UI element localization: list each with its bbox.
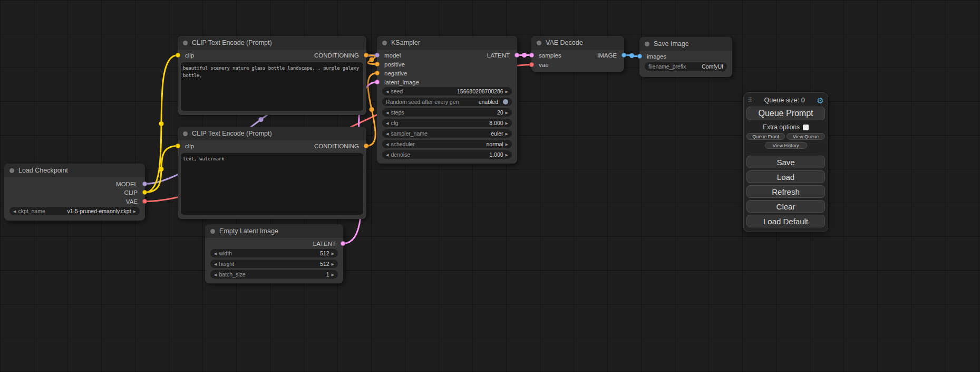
collapse-dot-icon[interactable] [382,41,387,45]
input-slot-vae: vae [531,60,549,69]
node-title-bar[interactable]: Empty Latent Image [205,224,343,238]
steps-widget[interactable]: ◀ steps 20 ▶ [382,108,512,117]
queue-front-button[interactable]: Queue Front [746,133,785,140]
scheduler-widget[interactable]: ◀ scheduler normal ▶ [382,140,512,148]
vae-input-port[interactable] [529,62,534,67]
arrow-left-icon[interactable]: ◀ [386,132,389,136]
conditioning-output-port[interactable] [364,53,368,58]
collapse-dot-icon[interactable] [210,229,215,234]
cfg-widget[interactable]: ◀ cfg 8.000 ▶ [382,119,512,127]
widget-label: width [219,250,232,256]
arrow-right-icon[interactable]: ▶ [506,90,508,93]
clip-input-port[interactable] [176,53,180,58]
samples-input-port[interactable] [529,53,534,58]
node-title-bar[interactable]: Load Checkpoint [4,164,145,177]
arrow-left-icon[interactable]: ◀ [386,142,389,146]
images-input-port[interactable] [637,54,642,59]
drag-handle-icon[interactable]: ⠿ [748,97,752,104]
negative-input-port[interactable] [375,71,380,75]
batch-size-widget[interactable]: ◀ batch_size 1 ▶ [210,270,338,279]
seed-widget[interactable]: ◀ seed 156680208700286 ▶ [382,87,512,96]
prompt-textarea[interactable]: beautiful scenery nature glass bottle la… [181,62,363,111]
input-slot-negative: negative [377,69,407,78]
view-queue-button[interactable]: View Queue [787,133,825,140]
node-graph-canvas[interactable]: Load Checkpoint MODEL CLIP VAE ◀ ckpt_na… [0,0,980,372]
arrow-right-icon[interactable]: ▶ [506,132,508,136]
queue-prompt-button[interactable]: Queue Prompt [746,107,825,120]
width-widget[interactable]: ◀ width 512 ▶ [210,249,338,257]
node-clip-text-encode-positive[interactable]: CLIP Text Encode (Prompt) clip CONDITION… [178,36,366,115]
arrow-right-icon[interactable]: ▶ [506,121,508,125]
arrow-left-icon[interactable]: ◀ [214,273,217,276]
arrow-right-icon[interactable]: ▶ [332,262,334,266]
collapse-dot-icon[interactable] [9,168,14,173]
arrow-left-icon[interactable]: ◀ [214,252,217,255]
extra-options-checkbox[interactable] [803,125,809,130]
vae-output-port[interactable] [142,199,147,204]
positive-input-port[interactable] [375,62,380,66]
extra-options-label: Extra options [763,123,800,131]
collapse-dot-icon[interactable] [183,41,188,45]
view-history-button[interactable]: View History [765,142,807,149]
save-button[interactable]: Save [746,156,825,168]
arrow-left-icon[interactable]: ◀ [386,90,389,93]
arrow-left-icon[interactable]: ◀ [13,209,16,213]
denoise-widget[interactable]: ◀ denoise 1.000 ▶ [382,150,512,159]
clear-button[interactable]: Clear [746,200,825,213]
node-title-bar[interactable]: VAE Decode [531,36,624,50]
node-title-bar[interactable]: KSampler [377,36,517,50]
settings-gear-icon[interactable]: ⚙ [817,97,824,104]
refresh-button[interactable]: Refresh [746,185,825,198]
conditioning-output-port[interactable] [364,144,368,148]
view-history-row: View History [746,142,825,149]
arrow-left-icon[interactable]: ◀ [386,111,389,115]
model-output-port[interactable] [142,182,147,186]
widget-label: sampler_name [391,130,427,137]
arrow-right-icon[interactable]: ▶ [506,111,508,115]
node-title-bar[interactable]: CLIP Text Encode (Prompt) [178,127,366,140]
queue-panel: ⠿ Queue size: 0 ⚙ Queue Prompt Extra opt… [743,92,828,232]
collapse-dot-icon[interactable] [645,42,649,46]
arrow-left-icon[interactable]: ◀ [386,121,389,125]
random-seed-toggle-widget[interactable]: Random seed after every gen enabled [382,98,512,106]
load-default-button[interactable]: Load Default [746,215,825,227]
clip-output-port[interactable] [142,190,147,195]
slot-label: model [384,52,401,59]
image-output-port[interactable] [622,53,626,58]
widget-label: Random seed after every gen [386,99,459,105]
arrow-left-icon[interactable]: ◀ [386,153,389,157]
arrow-right-icon[interactable]: ▶ [506,142,508,146]
node-title-bar[interactable]: CLIP Text Encode (Prompt) [178,36,366,50]
height-widget[interactable]: ◀ height 512 ▶ [210,260,338,268]
arrow-right-icon[interactable]: ▶ [133,209,136,213]
toggle-knob-icon[interactable] [503,99,508,104]
collapse-dot-icon[interactable] [537,41,541,45]
filename-prefix-widget[interactable]: filename_prefix ComfyUI [645,62,727,71]
ckpt-name-widget[interactable]: ◀ ckpt_name v1-5-pruned-emaonly.ckpt ▶ [9,207,140,215]
latent-image-input-port[interactable] [375,80,380,84]
node-save-image[interactable]: Save Image images filename_prefix ComfyU… [639,37,732,77]
widget-value: euler [491,130,503,137]
node-clip-text-encode-negative[interactable]: CLIP Text Encode (Prompt) clip CONDITION… [178,127,366,219]
clip-input-port[interactable] [176,144,180,148]
node-title-bar[interactable]: Save Image [639,37,732,51]
collapse-dot-icon[interactable] [183,131,188,136]
node-title: Load Checkpoint [18,167,68,174]
node-load-checkpoint[interactable]: Load Checkpoint MODEL CLIP VAE ◀ ckpt_na… [4,164,145,221]
sampler-name-widget[interactable]: ◀ sampler_name euler ▶ [382,129,512,138]
load-button[interactable]: Load [746,170,825,183]
prompt-textarea[interactable]: text, watermark [181,153,363,215]
arrow-right-icon[interactable]: ▶ [506,153,508,157]
node-vae-decode[interactable]: VAE Decode samples vae IMAGE [531,36,624,72]
widget-value: normal [487,141,503,147]
latent-output-port[interactable] [515,53,519,58]
arrow-left-icon[interactable]: ◀ [214,262,217,266]
arrow-right-icon[interactable]: ▶ [332,252,334,255]
slot-label: CONDITIONING [314,143,359,149]
node-empty-latent-image[interactable]: Empty Latent Image LATENT ◀ width 512 ▶ … [205,224,343,283]
model-input-port[interactable] [375,53,380,58]
latent-output-port[interactable] [341,241,345,246]
arrow-right-icon[interactable]: ▶ [332,273,334,276]
node-ksampler[interactable]: KSampler model positive negative latent_… [377,36,517,164]
widget-label: scheduler [391,141,415,147]
